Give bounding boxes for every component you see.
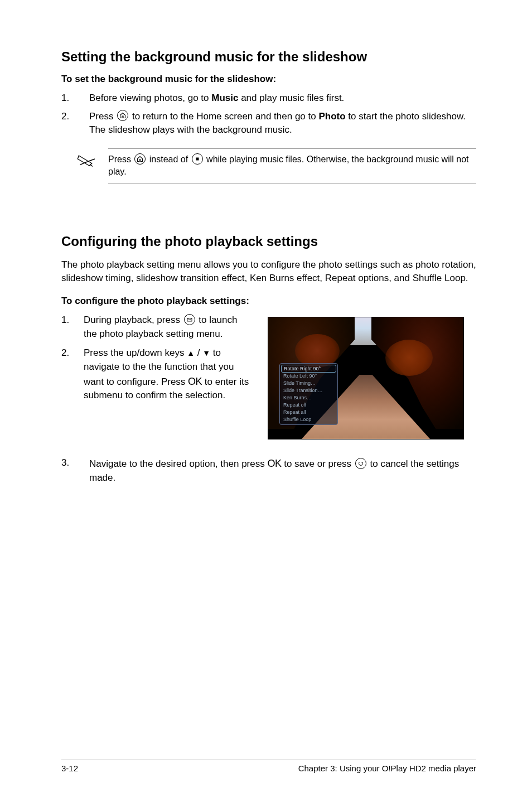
ok-button-label: OK [267, 456, 281, 471]
ok-button-label: OK [188, 374, 202, 389]
heading-bg-music: Setting the background music for the sli… [61, 49, 476, 65]
screenshot-foliage [295, 334, 340, 368]
svg-rect-0 [196, 157, 199, 160]
text-fragment: Press [108, 154, 133, 164]
step-number: 2. [61, 346, 84, 403]
step-1: 1. During playback, press to launch the … [61, 313, 251, 341]
text-fragment: Before viewing photos, go to [89, 93, 211, 103]
playback-menu-screenshot: Rotate Right 90° Rotate Left 90° Slide T… [268, 317, 464, 439]
text-fragment: / [195, 347, 202, 358]
text-fragment: Navigate to the desired option, then pre… [89, 458, 267, 469]
subheading-photo-playback: To configure the photo playback settings… [61, 296, 476, 307]
step-text: Before viewing photos, go to Music and p… [89, 91, 476, 105]
section-background-music: Setting the background music for the sli… [61, 49, 476, 183]
step-3-list: 3. Navigate to the desired option, then … [61, 456, 476, 485]
menu-item-slide-timing: Slide Timing… [280, 380, 337, 387]
step-3: 3. Navigate to the desired option, then … [61, 456, 476, 485]
stop-icon [192, 153, 203, 165]
text-fragment: Press the up/down keys [84, 347, 187, 358]
text-fragment: to return to the Home screen and then go… [129, 111, 318, 122]
step-number: 3. [61, 456, 89, 485]
pencil-note-icon [77, 148, 108, 183]
step-number: 2. [61, 110, 89, 137]
steps-bg-music: 1. Before viewing photos, go to Music an… [61, 91, 476, 137]
chapter-title: Chapter 3: Using your O!Play HD2 media p… [298, 764, 476, 773]
playback-settings-menu: Rotate Right 90° Rotate Left 90° Slide T… [279, 363, 338, 425]
menu-item-slide-transition: Slide Transition… [280, 387, 337, 394]
section-photo-playback: Configuring the photo playback settings … [61, 234, 476, 485]
bold-music: Music [211, 93, 238, 103]
step-text: Press to return to the Home screen and t… [89, 110, 476, 137]
menu-item-rotate-right: Rotate Right 90° [281, 365, 336, 373]
home-icon [134, 153, 146, 165]
text-fragment: During playback, press [84, 315, 183, 325]
step-number: 1. [61, 313, 84, 341]
step-number: 1. [61, 91, 89, 105]
subheading-bg-music: To set the background music for the slid… [61, 74, 476, 85]
step-2: 2. Press to return to the Home screen an… [61, 110, 476, 137]
down-arrow-icon: ▼ [202, 347, 210, 359]
step-text: Press the up/down keys ▲ / ▼ to navigate… [84, 346, 251, 403]
home-icon [117, 110, 128, 121]
step-text: Navigate to the desired option, then pre… [89, 456, 476, 485]
text-fragment: and play music files first. [238, 93, 344, 103]
screenshot-foliage [385, 340, 433, 376]
menu-item-shuffle-loop: Shuffle Loop [280, 416, 337, 423]
note-text: Press instead of while playing music fil… [108, 148, 476, 183]
heading-photo-playback: Configuring the photo playback settings [61, 234, 476, 249]
back-icon [355, 458, 366, 469]
up-arrow-icon: ▲ [187, 347, 195, 359]
page-footer: 3-12 Chapter 3: Using your O!Play HD2 me… [61, 760, 476, 773]
text-fragment: instead of [147, 154, 190, 164]
menu-item-ken-burns: Ken Burns… [280, 394, 337, 402]
step-2: 2. Press the up/down keys ▲ / ▼ to navig… [61, 346, 251, 403]
step-1: 1. Before viewing photos, go to Music an… [61, 91, 476, 105]
menu-item-rotate-left: Rotate Left 90° [280, 373, 337, 380]
page-number: 3-12 [61, 764, 78, 773]
option-icon [184, 314, 195, 325]
steps-photo-playback: 1. During playback, press to launch the … [61, 313, 251, 403]
menu-item-repeat-off: Repeat off [280, 402, 337, 409]
screenshot-column: Rotate Right 90° Rotate Left 90° Slide T… [268, 313, 464, 439]
text-fragment: Press [89, 111, 116, 122]
steps-column: 1. During playback, press to launch the … [61, 313, 251, 439]
text-fragment: to save or press [281, 458, 354, 469]
bold-photo: Photo [318, 111, 345, 122]
step-text: During playback, press to launch the pho… [84, 313, 251, 341]
menu-item-repeat-all: Repeat all [280, 409, 337, 416]
two-column-layout: 1. During playback, press to launch the … [61, 313, 476, 439]
note-block: Press instead of while playing music fil… [77, 148, 476, 183]
intro-paragraph: The photo playback setting menu allows y… [61, 258, 476, 286]
